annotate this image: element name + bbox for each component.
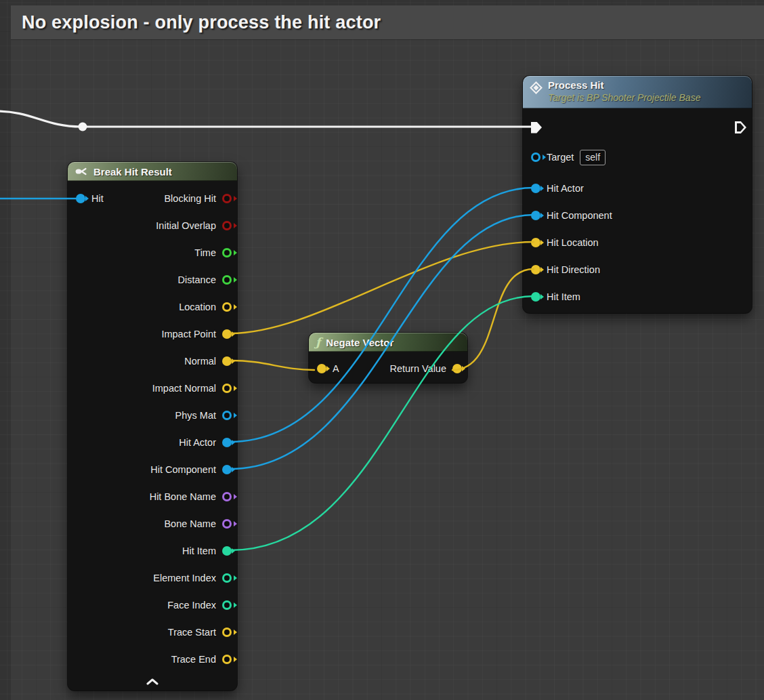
node-header-break-hit-result[interactable]: Break Hit Result	[68, 162, 237, 181]
pin-label: Hit Actor	[547, 183, 584, 194]
function-call-diamond-icon	[530, 81, 543, 94]
pin-label: Hit Item	[182, 545, 216, 556]
pin-trace-start[interactable]	[222, 627, 232, 637]
pin-row: Hit Actor	[523, 175, 752, 202]
pin-row: Hit Bone Name	[68, 483, 237, 510]
pin-row: Time	[68, 239, 237, 266]
comment-title: No explosion - only process the hit acto…	[22, 12, 381, 33]
node-subtitle: Target is BP Shooter Projectile Base	[548, 92, 700, 104]
pin-label: Phys Mat	[175, 410, 216, 421]
pin-a-input[interactable]	[317, 364, 326, 373]
pin-phys-mat[interactable]	[222, 411, 232, 420]
pin-row: Bone Name	[68, 510, 237, 537]
pin-label: Hit Actor	[179, 437, 216, 448]
pin-row: Location	[68, 293, 237, 321]
pin-label: Hit Component	[547, 210, 612, 221]
pin-hit-bone-name[interactable]	[222, 492, 232, 501]
pin-label: Hit	[91, 193, 104, 204]
pin-label: Element Index	[153, 573, 216, 583]
pin-row: Hit Component	[68, 456, 237, 483]
pin-impact-normal[interactable]	[222, 384, 232, 393]
pin-distance[interactable]	[222, 275, 232, 285]
pin-label: Hit Item	[547, 291, 580, 302]
pin-blocking-hit[interactable]	[222, 194, 232, 203]
function-icon: ƒ	[316, 337, 320, 348]
pin-label: Distance	[178, 274, 216, 285]
pin-face-index[interactable]	[222, 600, 232, 610]
break-struct-icon	[75, 166, 88, 177]
pin-label: Hit Direction	[547, 264, 600, 275]
pin-label: Face Index	[167, 600, 216, 611]
pin-trace-end[interactable]	[222, 655, 232, 664]
pin-bone-name[interactable]	[222, 519, 232, 529]
pin-hit-actor[interactable]	[222, 438, 232, 447]
pin-normal[interactable]	[222, 356, 232, 366]
pin-hit-item-input[interactable]	[531, 292, 540, 302]
pin-row: Trace End	[68, 646, 237, 673]
node-title: Negate Vector	[326, 337, 394, 348]
pin-label: Time	[194, 247, 216, 258]
pin-row: Hit Actor	[68, 429, 237, 456]
node-negate-vector[interactable]: ƒ Negate Vector A Return Value	[309, 333, 467, 383]
pin-row: Normal	[68, 348, 237, 375]
exec-input-pin[interactable]	[531, 122, 542, 133]
pin-label: Return Value	[389, 363, 446, 374]
pin-hit-component[interactable]	[222, 465, 232, 474]
pin-label: Trace End	[171, 654, 216, 665]
pin-row: Hit Blocking Hit	[68, 185, 237, 212]
pin-initial-overlap[interactable]	[222, 221, 232, 230]
blueprint-graph-canvas[interactable]: No explosion - only process the hit acto…	[0, 0, 764, 700]
pin-label: Location	[179, 302, 216, 312]
pin-row: Face Index	[68, 592, 237, 619]
pin-impact-point[interactable]	[222, 329, 232, 339]
pin-label: Normal	[184, 356, 216, 367]
exec-output-pin[interactable]	[735, 121, 746, 133]
pin-row: Hit Component	[523, 202, 752, 229]
pin-row: Phys Mat	[68, 402, 237, 429]
pin-hit-item[interactable]	[222, 546, 232, 556]
pin-row: Impact Normal	[68, 375, 237, 402]
pin-label: A	[333, 363, 339, 374]
node-header-negate-vector[interactable]: ƒ Negate Vector	[309, 333, 467, 352]
node-header-process-hit[interactable]: Process Hit Target is BP Shooter Project…	[523, 76, 752, 108]
pin-label: Impact Point	[161, 329, 216, 339]
pin-row: Hit Location	[523, 229, 752, 256]
node-break-hit-result[interactable]: Break Hit Result Hit Blocking Hit Initia…	[68, 162, 237, 691]
exec-row	[523, 112, 752, 142]
pin-row: Initial Overlap	[68, 212, 237, 239]
node-title: Break Hit Result	[93, 166, 172, 178]
pin-return-value[interactable]	[452, 364, 462, 373]
pin-hit-actor-input[interactable]	[531, 184, 540, 193]
pin-row: Element Index	[68, 564, 237, 592]
pin-label: Blocking Hit	[164, 193, 216, 204]
target-self-field[interactable]: self	[580, 150, 606, 165]
pin-label: Target	[547, 152, 574, 163]
pin-label: Hit Bone Name	[150, 491, 216, 502]
pin-row: Hit Item	[523, 283, 752, 310]
pin-hit-input[interactable]	[76, 194, 85, 203]
pin-label: Hit Component	[150, 464, 216, 475]
pin-time[interactable]	[222, 248, 232, 258]
pin-label: Initial Overlap	[156, 220, 216, 231]
pin-target[interactable]	[531, 152, 540, 162]
collapse-chevron-up-icon[interactable]	[146, 678, 158, 685]
pin-element-index[interactable]	[222, 573, 232, 583]
pin-hit-location-input[interactable]	[531, 238, 540, 247]
pin-label: Hit Location	[547, 237, 599, 248]
pin-row: Target self	[523, 142, 752, 172]
pin-label: Bone Name	[164, 518, 216, 529]
pin-label: Trace Start	[168, 627, 216, 638]
node-process-hit[interactable]: Process Hit Target is BP Shooter Project…	[523, 76, 752, 313]
pin-row: Impact Point	[68, 321, 237, 348]
pin-hit-direction-input[interactable]	[531, 265, 540, 274]
node-title: Process Hit	[548, 79, 700, 92]
pin-row: Hit Direction	[523, 256, 752, 283]
pin-location[interactable]	[222, 302, 232, 312]
pin-label: Impact Normal	[152, 383, 216, 394]
pin-hit-component-input[interactable]	[531, 211, 540, 220]
pin-row: Distance	[68, 266, 237, 293]
pin-row: A Return Value	[309, 352, 467, 383]
comment-title-bar[interactable]: No explosion - only process the hit acto…	[11, 5, 764, 39]
pin-row: Hit Item	[68, 537, 237, 564]
pin-row: Trace Start	[68, 619, 237, 646]
